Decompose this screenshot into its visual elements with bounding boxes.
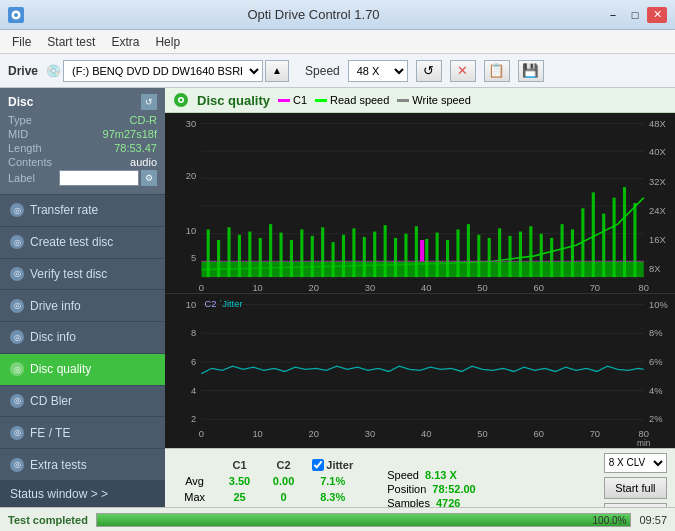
svg-text:10: 10 [252,282,262,293]
jitter-checkbox[interactable] [312,459,324,471]
svg-text:48X: 48X [649,118,666,129]
chart-header: Disc quality C1 Read speed Write speed [165,88,675,113]
legend-read-speed: Read speed [315,94,389,106]
svg-text:8X: 8X [649,263,661,274]
drive-eject-button[interactable]: ▲ [265,60,289,82]
svg-text:80: 80 [639,282,649,293]
progress-label: 100.0% [593,514,627,525]
close-button[interactable]: ✕ [647,7,667,23]
svg-rect-57 [561,224,564,277]
svg-text:30: 30 [365,282,375,293]
svg-rect-25 [227,227,230,277]
menu-help[interactable]: Help [147,32,188,52]
svg-rect-63 [623,187,626,277]
svg-rect-40 [384,225,387,277]
svg-text:6: 6 [191,356,196,367]
contents-label: Contents [8,156,52,168]
save-button[interactable]: 💾 [518,60,544,82]
copy-button[interactable]: 📋 [484,60,510,82]
svg-text:C2: C2 [205,298,217,309]
drive-icon: 💿 [46,64,61,78]
svg-rect-52 [508,236,511,277]
titlebar: Opti Drive Control 1.70 − □ ✕ [0,0,675,30]
svg-rect-53 [519,232,522,278]
start-part-button[interactable]: Start part [604,503,667,507]
svg-text:20: 20 [186,170,196,181]
sidebar-item-disc-info[interactable]: ◎ Disc info [0,322,165,354]
sidebar-item-drive-info[interactable]: ◎ Drive info [0,290,165,322]
svg-rect-29 [269,224,272,277]
right-panel: Disc quality C1 Read speed Write speed [165,88,675,507]
svg-text:Jitter: Jitter [222,298,242,309]
maximize-button[interactable]: □ [625,7,645,23]
samples-label: Samples [387,497,430,507]
elapsed-time: 09:57 [639,514,667,526]
svg-text:6%: 6% [649,356,663,367]
charts-area: 30 20 10 5 48X 40X 32X 24X 16X 8X [165,113,675,448]
svg-rect-66 [420,240,424,261]
svg-text:0: 0 [199,282,204,293]
speed-select[interactable]: 48 X [348,60,408,82]
menu-extra[interactable]: Extra [103,32,147,52]
svg-rect-58 [571,229,574,277]
speed-auto-button[interactable]: ↺ [416,60,442,82]
sidebar-item-extra-tests[interactable]: ◎ Extra tests [0,449,165,481]
sidebar-item-fe-te[interactable]: ◎ FE / TE [0,417,165,449]
c1-chart: 30 20 10 5 48X 40X 32X 24X 16X 8X [165,113,675,294]
c2-chart: 10 8 6 4 2 10% 8% 6% 4% 2% C2 Jitter [165,294,675,448]
svg-rect-60 [592,192,595,277]
progress-bar-fill [97,514,631,526]
svg-rect-23 [207,229,210,277]
avg-label: Avg [175,474,214,488]
svg-rect-42 [404,234,407,277]
stats-table: C1 C2 Jitter Avg 3.50 0 [173,456,363,507]
stats-area: C1 C2 Jitter Avg 3.50 0 [165,448,675,507]
contents-value: audio [130,156,157,168]
svg-text:50: 50 [477,282,487,293]
extra-tests-icon: ◎ [10,458,24,472]
svg-point-4 [180,99,183,102]
clear-button[interactable]: ✕ [450,60,476,82]
svg-rect-24 [217,240,220,277]
menu-start-test[interactable]: Start test [39,32,103,52]
svg-rect-38 [363,237,366,277]
clv-speed-select[interactable]: 8 X CLV [604,453,667,473]
svg-text:10: 10 [186,225,196,236]
svg-rect-56 [550,238,553,277]
svg-text:60: 60 [533,428,543,439]
sidebar-item-verify-test-disc[interactable]: ◎ Verify test disc [0,259,165,291]
disc-refresh-button[interactable]: ↺ [141,94,157,110]
svg-rect-27 [248,232,251,278]
total-c1: 16567 [216,506,263,507]
drive-info-icon: ◎ [10,299,24,313]
svg-text:30: 30 [365,428,375,439]
svg-rect-32 [300,229,303,277]
svg-rect-55 [540,234,543,277]
label-input[interactable] [59,170,139,186]
sidebar-item-create-test-disc[interactable]: ◎ Create test disc [0,227,165,259]
cd-bler-icon: ◎ [10,394,24,408]
menubar: File Start test Extra Help [0,30,675,54]
type-value: CD-R [130,114,158,126]
drive-select[interactable]: (F:) BENQ DVD DD DW1640 BSRB [63,60,263,82]
label-key: Label [8,172,35,184]
svg-rect-22 [201,261,643,277]
minimize-button[interactable]: − [603,7,623,23]
progress-bar-container: 100.0% [96,513,632,527]
disc-quality-icon-header [173,92,189,108]
status-window-button[interactable]: Status window > > [0,481,165,507]
label-gear-button[interactable]: ⚙ [141,170,157,186]
menu-file[interactable]: File [4,32,39,52]
svg-text:60: 60 [533,282,543,293]
sidebar-item-cd-bler[interactable]: ◎ CD Bler [0,386,165,418]
start-full-button[interactable]: Start full [604,477,667,499]
svg-rect-47 [456,229,459,277]
svg-point-1 [14,13,18,17]
total-label: Total [175,506,214,507]
sidebar-item-transfer-rate[interactable]: ◎ Transfer rate [0,195,165,227]
svg-text:2%: 2% [649,413,663,424]
sidebar-item-disc-quality[interactable]: ◎ Disc quality [0,354,165,386]
c1-color [278,99,290,102]
svg-text:40X: 40X [649,146,666,157]
svg-text:4: 4 [191,385,196,396]
